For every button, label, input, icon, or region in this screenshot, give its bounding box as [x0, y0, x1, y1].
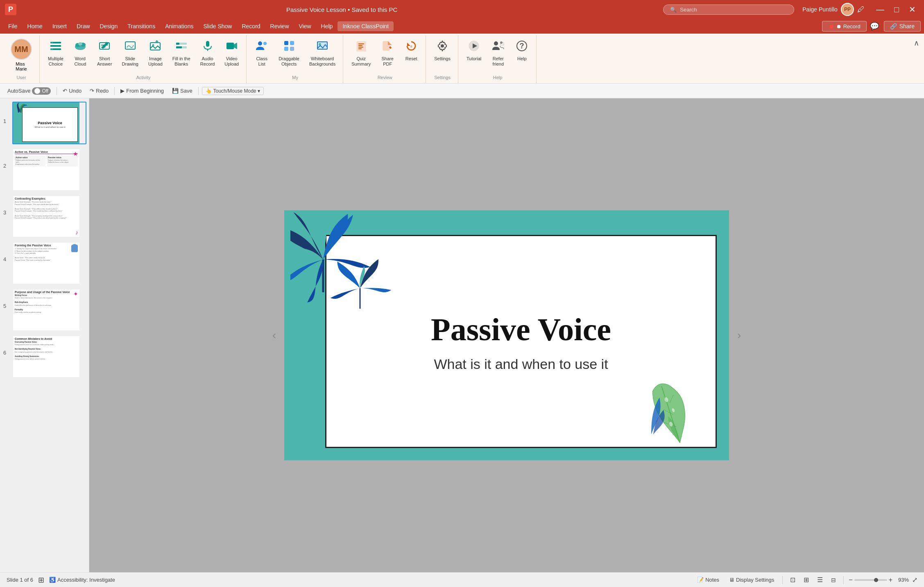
view-slide-sorter-button[interactable]: ⊞	[801, 574, 811, 585]
share-pdf-button[interactable]: SharePDF	[376, 37, 399, 69]
search-box[interactable]: 🔍 Search	[663, 5, 794, 15]
display-settings-icon: 🖥	[729, 577, 734, 583]
slide-thumb-inner-2: Active vs. Passive Voice Active voice Su…	[12, 148, 86, 191]
search-icon: 🔍	[670, 7, 677, 13]
help-button[interactable]: ? Help	[511, 37, 533, 64]
menu-draw[interactable]: Draw	[72, 21, 95, 31]
pen-icon[interactable]: 🖊	[857, 5, 865, 14]
record-button[interactable]: ⏺ ⏺ Record	[822, 21, 867, 32]
reset-button[interactable]: ↺ Reset	[400, 37, 422, 64]
fill-blanks-button[interactable]: Fill in theBlanks	[168, 37, 195, 69]
fit-to-window-button[interactable]: ⤢	[912, 576, 917, 584]
slide-subtitle: What is it and when to use it	[434, 356, 608, 372]
menu-slideshow[interactable]: Slide Show	[198, 21, 237, 31]
from-beginning-label: From Beginning	[126, 88, 164, 94]
menu-insert[interactable]: Insert	[48, 21, 72, 31]
multiple-choice-button[interactable]: MultipleChoice	[44, 37, 68, 69]
svg-rect-33	[358, 45, 362, 46]
short-answer-button[interactable]: ShortAnswer	[93, 37, 116, 69]
word-cloud-button[interactable]: WordCloud	[69, 37, 91, 69]
zoom-in-button[interactable]: +	[889, 576, 892, 584]
svg-point-42	[494, 41, 498, 46]
menu-transitions[interactable]: Transitions	[122, 21, 160, 31]
slide-thumb-2[interactable]: 2 Active vs. Passive Voice Active voice …	[12, 148, 86, 191]
whiteboard-backgrounds-icon	[316, 39, 329, 55]
video-upload-button[interactable]: VideoUpload	[220, 37, 243, 69]
ribbon-group-settings: Settings Settings	[427, 35, 458, 83]
miss-marie-button[interactable]: MM MissMarie	[7, 37, 36, 73]
display-settings-button[interactable]: 🖥 Display Settings	[726, 575, 777, 585]
menu-help[interactable]: Help	[316, 21, 338, 31]
svg-rect-1	[50, 45, 61, 47]
minimize-button[interactable]: —	[873, 3, 888, 16]
menu-record[interactable]: Record	[237, 21, 265, 31]
ribbon-collapse-button[interactable]: ∧	[912, 37, 921, 49]
slide-thumb-3[interactable]: 3 Contrasting Examples: Active Voice Exa…	[12, 195, 86, 238]
menu-classpoint[interactable]: Inknoe ClassPoint	[337, 21, 394, 31]
menu-design[interactable]: Design	[95, 21, 123, 31]
qa-divider-3	[198, 87, 199, 95]
ribbon-group-activity: MultipleChoice WordCloud ShortAnswer Sli…	[41, 35, 247, 83]
share-pdf-label: SharePDF	[382, 56, 394, 67]
draggable-objects-button[interactable]: DraggableObjects	[274, 37, 303, 69]
ribbon-group-activity-items: MultipleChoice WordCloud ShortAnswer Sli…	[44, 37, 243, 73]
menu-animations[interactable]: Animations	[160, 21, 198, 31]
slide-thumb-5[interactable]: 5 Purpose and Usage of the Passive Voice…	[12, 289, 86, 331]
notes-button[interactable]: 📝 Notes	[694, 575, 722, 585]
save-icon: 💾	[172, 88, 179, 94]
undo-button[interactable]: ↶ Undo	[60, 86, 84, 95]
touch-mode-selector[interactable]: 👆 Touch/Mouse Mode ▾	[202, 87, 264, 95]
redo-button[interactable]: ↷ Redo	[87, 86, 111, 95]
share-icon: 🔗	[890, 23, 897, 30]
svg-rect-16	[176, 43, 179, 45]
menu-view[interactable]: View	[294, 21, 316, 31]
menu-review[interactable]: Review	[265, 21, 294, 31]
accessibility-info[interactable]: ♿ Accessibility: Investigate	[49, 577, 115, 583]
autosave-toggle[interactable]: AutoSave Off	[5, 86, 53, 96]
menu-home[interactable]: Home	[23, 21, 48, 31]
word-cloud-icon	[74, 39, 87, 55]
slide-thumb-inner-1: Passive Voice What is it and when to use…	[12, 102, 86, 144]
zoom-out-button[interactable]: −	[849, 576, 852, 584]
slide-nav-left[interactable]: ‹	[268, 325, 280, 346]
view-reading-button[interactable]: ☰	[815, 574, 825, 585]
status-bar: Slide 1 of 6 ⊞ ♿ Accessibility: Investig…	[0, 572, 924, 587]
slide-thumb-4[interactable]: 4 Forming the Passive Voice 1. Identify …	[12, 242, 86, 284]
from-beginning-button[interactable]: ▶ From Beginning	[118, 86, 166, 95]
close-button[interactable]: ✕	[906, 3, 919, 16]
word-cloud-label: WordCloud	[75, 56, 86, 67]
autosave-switch[interactable]: Off	[32, 87, 51, 95]
ribbon-group-review: QuizSummary SharePDF ↺ Reset Review	[344, 35, 426, 83]
slide-thumb-6[interactable]: 6 Common Mistakes to Avoid Overusing Pas…	[12, 335, 86, 378]
class-list-label: ClassList	[256, 56, 267, 67]
slide-num-6: 6	[3, 350, 6, 356]
audio-record-button[interactable]: AudioRecord	[196, 37, 219, 69]
menu-file[interactable]: File	[3, 21, 23, 31]
slide-drawing-button[interactable]: SlideDrawing	[118, 37, 143, 69]
zoom-slider[interactable]	[854, 579, 887, 581]
slide-nav-right[interactable]: ›	[733, 325, 745, 346]
settings-button[interactable]: Settings	[430, 37, 455, 64]
quiz-summary-button[interactable]: QuizSummary	[347, 37, 375, 69]
ribbon-group-settings-label: Settings	[434, 73, 451, 82]
tutorial-button[interactable]: Tutorial	[462, 37, 485, 64]
multiple-choice-icon	[49, 39, 62, 55]
class-list-button[interactable]: ClassList	[251, 37, 273, 69]
slide-layout-icon: ⊞	[38, 576, 44, 585]
view-presenter-button[interactable]: ⊟	[829, 575, 838, 585]
share-button[interactable]: 🔗 Share	[884, 21, 921, 32]
view-normal-button[interactable]: ⊡	[788, 574, 798, 585]
image-upload-label: ImageUpload	[148, 56, 163, 67]
whiteboard-backgrounds-button[interactable]: WhiteboardBackgrounds	[305, 37, 340, 69]
toggle-knob	[34, 88, 40, 94]
chat-button[interactable]: 💬	[867, 20, 882, 32]
redo-icon: ↷	[90, 88, 94, 94]
main-slide[interactable]: Passive Voice What is it and when to use…	[284, 210, 729, 460]
maximize-button[interactable]: □	[891, 3, 902, 16]
slide-thumb-1[interactable]: 1 Passive Voice	[12, 102, 86, 144]
refer-friend-button[interactable]: Referfriend	[487, 37, 509, 69]
image-upload-button[interactable]: ImageUpload	[144, 37, 167, 69]
whiteboard-backgrounds-label: WhiteboardBackgrounds	[309, 56, 335, 67]
save-button[interactable]: 💾 Save	[170, 86, 195, 95]
svg-rect-35	[358, 48, 362, 49]
